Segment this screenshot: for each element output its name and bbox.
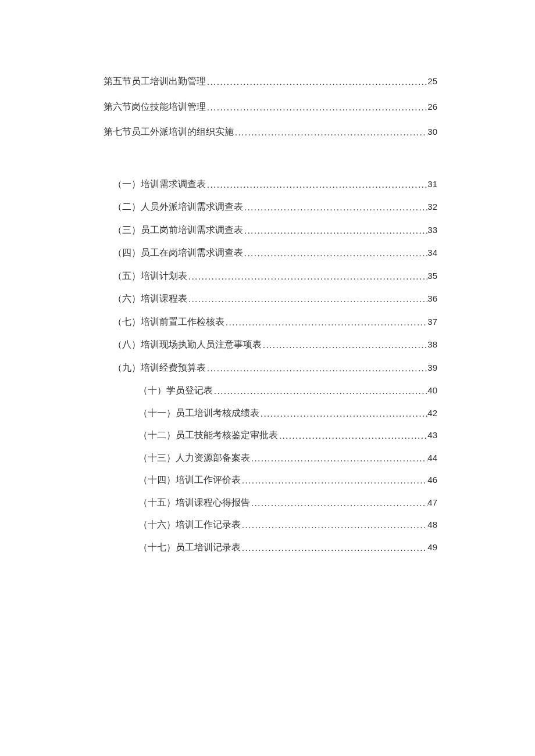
toc-entry-label: （十六）培训工作记录表 [138,520,241,529]
toc-entry-label: 第六节岗位技能培训管理 [104,102,206,112]
toc-leader-dots [206,180,427,189]
toc-leader-dots [187,272,427,281]
toc-entry-label: （五）培训计划表 [113,271,187,281]
toc-entry-label: （一）培训需求调查表 [113,180,206,189]
toc-entry-page: 32 [427,202,437,211]
toc-entry-label: （三）员工岗前培训需求调查表 [113,225,243,235]
toc-entry: （十）学员登记表 40 [104,386,437,395]
toc-group-tables-a: （一）培训需求调查表 31 （二）人员外派培训需求调查表 32 （三）员工岗前培… [104,180,437,372]
vertical-spacer [104,153,437,180]
toc-entry-label: 第五节员工培训出勤管理 [104,77,206,86]
toc-entry-label: （八）培训现场执勤人员注意事项表 [113,340,262,349]
toc-entry-page: 31 [427,180,437,188]
toc-entry-label: （四）员工在岗培训需求调查表 [113,248,243,257]
toc-leader-dots [243,226,427,235]
toc-leader-dots [206,364,427,373]
toc-entry: （十三）人力资源部备案表 44 [104,453,437,463]
toc-leader-dots [234,128,427,137]
toc-entry-page: 35 [427,271,437,280]
toc-leader-dots [241,521,427,530]
toc-leader-dots [224,318,427,327]
toc-entry-page: 36 [427,294,437,303]
toc-entry-label: （十七）员工培训记录表 [138,543,241,552]
toc-entry-label: （十）学员登记表 [138,386,213,395]
toc-entry: （五）培训计划表 35 [104,271,437,281]
toc-entry-page: 39 [427,363,437,372]
toc-entry: （一）培训需求调查表 31 [104,180,437,189]
toc-entry-page: 42 [427,409,437,417]
toc-entry: （十七）员工培训记录表 49 [104,543,437,552]
document-page: 第五节员工培训出勤管理 25 第六节岗位技能培训管理 26 第七节员工外派培训的… [0,0,535,551]
toc-entry-page: 48 [427,520,437,529]
toc-entry-label: （七）培训前置工作检核表 [113,317,224,327]
toc-entry: （二）人员外派培训需求调查表 32 [104,202,437,212]
toc-entry: 第七节员工外派培训的组织实施 30 [104,127,437,137]
toc-entry: （十五）培训课程心得报告 47 [104,498,437,507]
toc-entry: （十二）员工技能考核鉴定审批表 43 [104,431,437,440]
toc-leader-dots [262,341,427,350]
toc-entry-label: （十四）培训工作评价表 [138,475,241,485]
toc-entry-page: 38 [427,340,437,349]
toc-entry-label: （十五）培训课程心得报告 [138,498,250,507]
toc-leader-dots [250,499,427,508]
toc-entry-page: 44 [427,453,437,462]
toc-entry-label: （六）培训课程表 [113,294,187,303]
toc-entry-label: （十一）员工培训考核成绩表 [138,409,259,418]
toc-entry-page: 37 [427,317,437,326]
toc-group-sections: 第五节员工培训出勤管理 25 第六节岗位技能培训管理 26 第七节员工外派培训的… [104,77,437,137]
toc-leader-dots [206,77,427,87]
toc-entry-page: 46 [427,475,437,484]
toc-leader-dots [243,203,427,212]
toc-entry-label: （二）人员外派培训需求调查表 [113,202,243,212]
toc-entry-page: 49 [427,543,437,551]
toc-entry-page: 43 [427,431,437,439]
toc-entry: （十四）培训工作评价表 46 [104,475,437,485]
toc-entry-page: 33 [427,225,437,234]
toc-leader-dots [213,386,427,396]
toc-entry: 第六节岗位技能培训管理 26 [104,102,437,112]
toc-entry-label: 第七节员工外派培训的组织实施 [104,127,234,137]
toc-leader-dots [250,454,427,463]
toc-entry-page: 40 [427,386,437,395]
toc-entry: 第五节员工培训出勤管理 25 [104,77,437,86]
toc-entry-page: 26 [427,102,437,111]
toc-entry: （四）员工在岗培训需求调查表 34 [104,248,437,257]
toc-entry-page: 25 [427,77,437,85]
toc-entry-label: （九）培训经费预算表 [113,363,206,372]
toc-leader-dots [259,409,427,418]
toc-leader-dots [187,295,427,304]
toc-entry: （七）培训前置工作检核表 37 [104,317,437,327]
toc-leader-dots [278,431,427,440]
toc-leader-dots [241,476,427,485]
toc-entry-label: （十二）员工技能考核鉴定审批表 [138,431,278,440]
toc-leader-dots [206,103,427,112]
toc-entry-page: 34 [427,248,437,257]
toc-entry: （十六）培训工作记录表 48 [104,520,437,529]
toc-leader-dots [243,249,427,258]
toc-entry: （三）员工岗前培训需求调查表 33 [104,225,437,235]
toc-entry-page: 47 [427,498,437,507]
toc-entry: （九）培训经费预算表 39 [104,363,437,372]
toc-entry: （六）培训课程表 36 [104,294,437,303]
toc-leader-dots [241,543,427,553]
toc-group-tables-b: （十）学员登记表 40 （十一）员工培训考核成绩表 42 （十二）员工技能考核鉴… [104,386,437,551]
toc-entry-label: （十三）人力资源部备案表 [138,453,250,463]
toc-entry-page: 30 [427,127,437,136]
toc-entry: （八）培训现场执勤人员注意事项表 38 [104,340,437,349]
toc-entry: （十一）员工培训考核成绩表 42 [104,409,437,418]
